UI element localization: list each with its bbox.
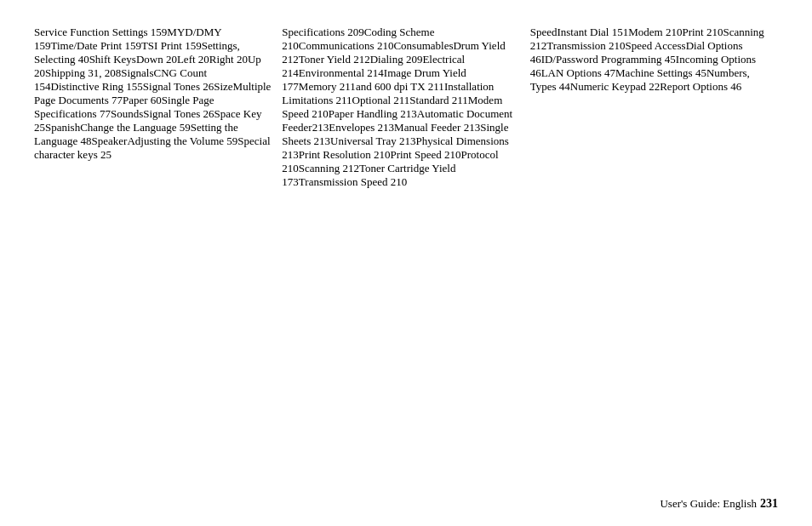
index-entry: Paper Handling 213 <box>329 107 417 120</box>
index-entry: Signals <box>121 66 153 79</box>
index-entry: ID/Password Programming 45 <box>541 53 676 66</box>
index-entry: Sounds <box>111 107 143 120</box>
index-entry: Right 20 <box>209 53 248 66</box>
index-entry: Scanning 212 <box>299 162 359 174</box>
index-entry: Specifications 209 <box>282 26 363 38</box>
column-1: Service Function Settings 159MYD/DMY 159… <box>34 26 282 189</box>
index-entry: Manual Feeder 213 <box>394 121 480 134</box>
index-entry: Dialing 209 <box>370 53 423 66</box>
index-entry: Report Options 46 <box>660 80 741 93</box>
index-entry: Time/Date Print 159 <box>51 39 141 52</box>
index-entry: Standard 211 <box>409 94 467 106</box>
index-entry: Optional 211 <box>352 94 410 106</box>
index-entry: Consumables <box>393 39 453 52</box>
index-entry: Transmission 210 <box>546 39 625 52</box>
index-entry: Speed Access <box>626 39 686 52</box>
index-entry: Change the Language 59 <box>80 121 191 134</box>
column-2: Specifications 209Coding Scheme 210Commu… <box>282 26 529 189</box>
footer: User's Guide: English 231 <box>660 497 778 511</box>
index-entry: Universal Tray 213 <box>330 134 415 147</box>
page: Service Function Settings 159MYD/DMY 159… <box>0 0 812 526</box>
index-entry: Service Function Settings 159 <box>34 26 167 38</box>
index-entry: Print 210 <box>682 26 723 38</box>
index-entry: Shipping 31, 208 <box>45 66 121 79</box>
index-entry: Spanish <box>45 121 80 134</box>
index-entry: 213 <box>312 121 329 134</box>
index-entry: Left 20 <box>177 53 209 66</box>
index-entry: TSI Print 159 <box>141 39 202 52</box>
footer-guide-text: User's Guide: English <box>660 497 757 511</box>
index-entry: and 600 dpi TX 211 <box>356 80 444 93</box>
index-columns: Service Function Settings 159MYD/DMY 159… <box>34 26 778 189</box>
index-entry: Transmission Speed 210 <box>299 175 407 188</box>
column-3: SpeedInstant Dial 151Modem 210Print 210S… <box>530 26 778 189</box>
index-entry: Adjusting the Volume 59 <box>127 134 237 147</box>
index-entry: Size <box>214 80 232 93</box>
index-entry: Toner Yield 212 <box>299 53 370 66</box>
index-entry: Signal Tones 26 <box>143 107 214 120</box>
index-entry: Signal Tones 26 <box>143 80 214 93</box>
index-entry: Down 20 <box>136 53 177 66</box>
index-entry: Print Resolution 210 <box>299 148 391 161</box>
index-entry: Envelopes 213 <box>329 121 394 134</box>
footer-page-number: 231 <box>760 497 778 511</box>
index-entry: Speaker <box>92 134 128 147</box>
index-entry: Environmental 214 <box>299 66 384 79</box>
index-entry: Machine Settings 45 <box>615 66 706 79</box>
index-entry: LAN Options 47 <box>541 66 615 79</box>
index-entry: Speed <box>530 26 558 38</box>
index-entry: Instant Dial 151 <box>557 26 628 38</box>
index-entry: Communications 210 <box>299 39 394 52</box>
index-entry: Distinctive Ring 155 <box>51 80 143 93</box>
index-entry: Modem 210 <box>628 26 682 38</box>
index-entry: Print Speed 210 <box>390 148 460 161</box>
index-entry: Paper 60 <box>123 94 162 106</box>
index-entry: Numeric Keypad 22 <box>570 80 660 93</box>
index-entry: Memory 211 <box>299 80 356 93</box>
index-entry: Shift Keys <box>89 53 136 66</box>
